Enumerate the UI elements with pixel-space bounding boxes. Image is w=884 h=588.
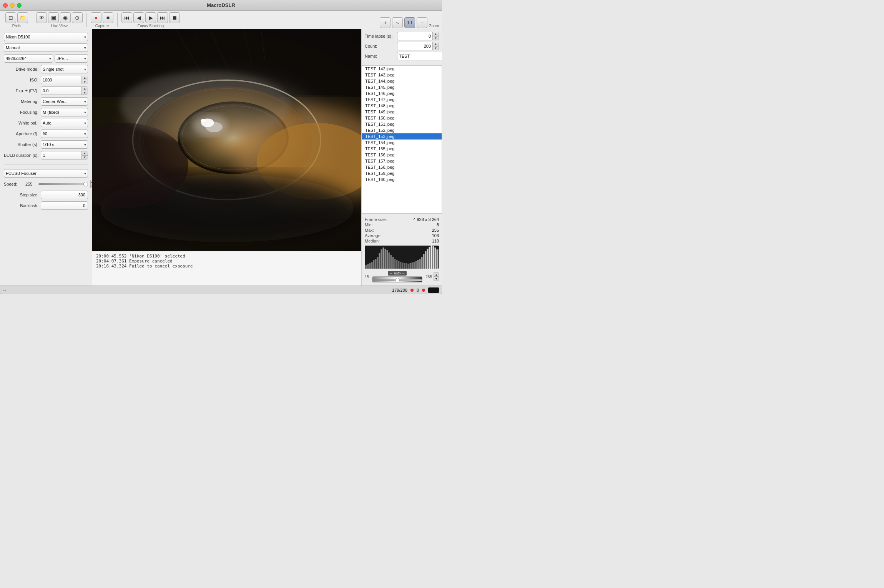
count-up[interactable]: ▲ [433, 42, 439, 47]
name-input[interactable] [397, 52, 442, 60]
target-icon: ⊙ [75, 15, 80, 21]
time-lapse-input[interactable]: 0 ▲ ▼ [397, 32, 439, 40]
range-row: 15 ← auto → 265 ▲ ▼ [365, 271, 439, 282]
file-item[interactable]: TEST_148.jpeg [362, 103, 442, 109]
bulb-stepper[interactable]: ▲ ▼ [81, 151, 88, 159]
live-view-square-button[interactable]: ▣ [48, 12, 59, 23]
maximize-button[interactable] [17, 3, 22, 8]
focusing-select[interactable]: M (fixed) [41, 108, 88, 116]
zoom-in-button[interactable]: + [380, 17, 390, 28]
file-list[interactable]: TEST_142.jpegTEST_143.jpegTEST_144.jpegT… [362, 65, 442, 214]
svg-rect-46 [406, 263, 407, 269]
stop2-button[interactable]: ⏹ [169, 12, 180, 23]
exp-up[interactable]: ▲ [82, 87, 88, 91]
log-line-3: 20:16:43.324 Failed to cancel exposure [96, 264, 357, 269]
speed-slider[interactable] [38, 183, 88, 185]
time-lapse-down[interactable]: ▼ [433, 37, 439, 40]
max-label: Max: [365, 228, 374, 233]
svg-point-24 [201, 119, 206, 123]
file-item[interactable]: TEST_149.jpeg [362, 109, 442, 115]
close-button[interactable] [3, 3, 8, 8]
prev-button[interactable]: ◀ [133, 12, 144, 23]
range-up[interactable]: ▲ [434, 273, 439, 277]
format-select[interactable]: JPE... [55, 54, 88, 63]
bulb-down[interactable]: ▼ [82, 156, 88, 159]
bulb-input[interactable]: 1 ▲ ▼ [41, 151, 88, 159]
folder-icon: 📁 [20, 15, 26, 21]
file-item[interactable]: TEST_151.jpeg [362, 121, 442, 127]
file-item[interactable]: TEST_153.jpeg [362, 133, 442, 140]
live-view-eye-button[interactable]: 👁 [36, 12, 47, 23]
file-item[interactable]: TEST_155.jpeg [362, 146, 442, 152]
iso-up[interactable]: ▲ [82, 76, 88, 80]
resolution-select[interactable]: 4928x3264 [4, 54, 53, 63]
minimize-button[interactable] [10, 3, 15, 8]
svg-rect-39 [392, 257, 394, 269]
iso-down[interactable]: ▼ [82, 80, 88, 84]
file-item[interactable]: TEST_157.jpeg [362, 158, 442, 164]
file-item[interactable]: TEST_160.jpeg [362, 176, 442, 183]
record-button[interactable]: ● [91, 12, 101, 23]
zoom-out-button[interactable]: − [417, 17, 427, 28]
prefs-label: Prefs [12, 24, 21, 28]
bulb-up[interactable]: ▲ [82, 151, 88, 156]
stop-button[interactable]: ■ [103, 12, 113, 23]
backlash-input[interactable]: 0 [41, 201, 88, 210]
drive-mode-select[interactable]: Single shot [41, 65, 88, 73]
iso-input[interactable]: 1000 ▲ ▼ [41, 76, 88, 84]
file-item[interactable]: TEST_142.jpeg [362, 66, 442, 72]
shutter-select[interactable]: 1/10 s [41, 140, 88, 149]
play-button[interactable]: ▶ [145, 12, 156, 23]
file-item[interactable]: TEST_156.jpeg [362, 152, 442, 158]
drive-mode-label: Drive mode: [4, 67, 38, 71]
count-stepper[interactable]: ▲ ▼ [432, 42, 439, 50]
file-item[interactable]: TEST_144.jpeg [362, 78, 442, 84]
live-view-eye2-button[interactable]: ◉ [60, 12, 71, 23]
svg-rect-52 [417, 260, 419, 269]
range-slider[interactable] [372, 279, 422, 281]
exp-input[interactable]: 0.0 ▲ ▼ [41, 86, 88, 95]
median-value: 110 [432, 239, 439, 243]
step-size-input[interactable]: 300 [41, 191, 88, 199]
file-item[interactable]: TEST_152.jpeg [362, 127, 442, 133]
file-item[interactable]: TEST_150.jpeg [362, 115, 442, 121]
focuser-model-select[interactable]: FCUSB Focuser [4, 169, 88, 178]
file-item[interactable]: TEST_154.jpeg [362, 140, 442, 146]
exp-stepper[interactable]: ▲ ▼ [81, 87, 88, 95]
exp-down[interactable]: ▼ [82, 91, 88, 95]
range-down[interactable]: ▼ [434, 277, 439, 281]
capture-label: Capture [95, 24, 109, 28]
file-item[interactable]: TEST_147.jpeg [362, 96, 442, 103]
aperture-select[interactable]: f/0 [41, 130, 88, 138]
svg-rect-62 [437, 249, 439, 269]
sep3 [117, 13, 118, 27]
fast-forward-button[interactable]: ⏭ [157, 12, 168, 23]
toolbar: ⊟ 📁 Prefs 👁 ▣ ◉ ⊙ [0, 11, 442, 29]
white-bal-select[interactable]: Auto [41, 119, 88, 127]
file-item[interactable]: TEST_146.jpeg [362, 90, 442, 96]
metering-row: Metering: Center-Wei... [4, 97, 88, 106]
open-folder-button[interactable]: 📁 [17, 12, 28, 23]
range-track[interactable] [372, 276, 422, 282]
camera-mode-select[interactable]: Manual [4, 43, 88, 52]
rewind-button[interactable]: ⏮ [121, 12, 132, 23]
file-item[interactable]: TEST_143.jpeg [362, 72, 442, 78]
prefs-button[interactable]: ⊟ [5, 12, 16, 23]
file-item[interactable]: TEST_145.jpeg [362, 84, 442, 90]
zoom-fit-button[interactable]: ⤡ [392, 17, 403, 28]
step-size-label: Step size: [4, 193, 38, 197]
count-down[interactable]: ▼ [433, 47, 439, 50]
zoom-1to1-button[interactable]: 1:1 [404, 17, 415, 28]
live-view-target-button[interactable]: ⊙ [72, 12, 83, 23]
median-row: Median: 110 [365, 239, 439, 243]
iso-stepper[interactable]: ▲ ▼ [81, 76, 88, 84]
svg-rect-25 [366, 265, 367, 269]
time-lapse-stepper[interactable]: ▲ ▼ [432, 32, 439, 40]
camera-model-select[interactable]: Nikon D5100 [4, 33, 88, 41]
file-item[interactable]: TEST_159.jpeg [362, 170, 442, 176]
time-lapse-up[interactable]: ▲ [433, 32, 439, 37]
svg-rect-61 [435, 247, 436, 269]
file-item[interactable]: TEST_158.jpeg [362, 164, 442, 170]
metering-select[interactable]: Center-Wei... [41, 97, 88, 106]
count-input[interactable]: 200 ▲ ▼ [397, 42, 439, 50]
